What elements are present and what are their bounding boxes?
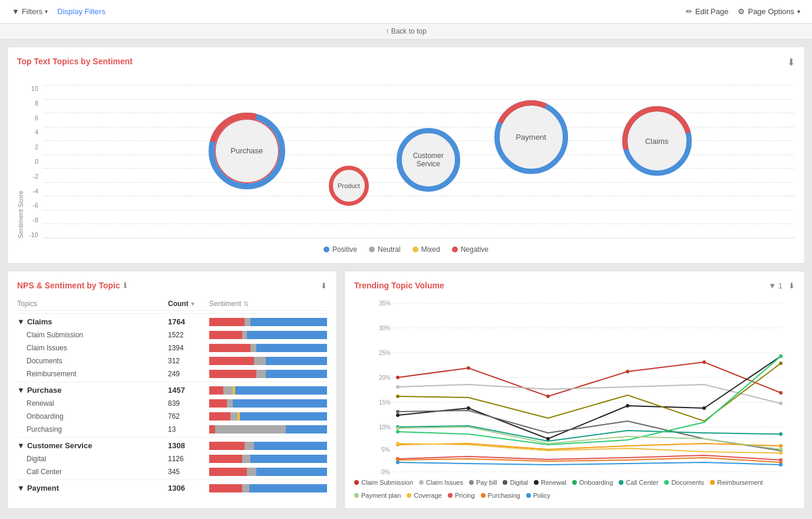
svg-point-39 bbox=[779, 362, 783, 365]
filters-button[interactable]: ▼ Filters ▾ bbox=[12, 7, 48, 16]
chevron-options-icon: ▾ bbox=[797, 8, 800, 15]
svg-point-30 bbox=[396, 413, 400, 417]
nps-panel: NPS & Sentiment by Topic ℹ ⬇ Topics Coun… bbox=[7, 271, 337, 509]
nps-title: NPS & Sentiment by Topic ℹ bbox=[17, 281, 127, 290]
svg-text:0%: 0% bbox=[381, 469, 390, 474]
legend-item: Purchasing bbox=[481, 492, 520, 499]
display-filters-button[interactable]: Display Filters bbox=[57, 7, 105, 16]
expand-icon[interactable]: ▼ bbox=[17, 441, 25, 450]
svg-point-46 bbox=[396, 426, 400, 430]
svg-point-31 bbox=[467, 406, 470, 410]
svg-point-41 bbox=[779, 432, 783, 436]
legend-item: Reimbursement bbox=[710, 479, 763, 486]
legend-item: Claim Submission bbox=[354, 479, 413, 486]
filter-icon: ▼ bbox=[12, 7, 19, 16]
gear-icon: ⚙ bbox=[738, 7, 745, 16]
svg-point-29 bbox=[779, 402, 783, 405]
line-chart-svg: 35% 30% 25% 20% 15% 10% 5% 0% bbox=[354, 297, 795, 474]
trending-legend: Claim SubmissionClaim IssuesPay billDigi… bbox=[354, 479, 795, 499]
legend-item: Digital bbox=[503, 479, 528, 486]
svg-point-22 bbox=[396, 376, 400, 379]
svg-text:30%: 30% bbox=[379, 325, 391, 331]
svg-point-45 bbox=[779, 444, 783, 448]
svg-point-54 bbox=[396, 461, 400, 464]
filter-trending-icon[interactable]: ▼ 1 bbox=[768, 281, 783, 290]
svg-point-33 bbox=[626, 404, 629, 408]
legend-mixed: Mixed bbox=[412, 245, 440, 254]
table-row: ▼ Payment1306 bbox=[17, 479, 327, 495]
legend-item: Pay bill bbox=[469, 479, 497, 486]
bubble-customer-service[interactable]: Customer Service bbox=[397, 128, 460, 192]
svg-text:20%: 20% bbox=[379, 375, 391, 381]
svg-text:35%: 35% bbox=[379, 300, 391, 307]
svg-point-48 bbox=[396, 442, 400, 445]
y-axis-label: Sentiment Score bbox=[17, 190, 24, 238]
svg-point-26 bbox=[702, 360, 706, 364]
expand-icon[interactable]: ▼ bbox=[17, 317, 25, 326]
table-row: Digital1126 bbox=[17, 452, 327, 465]
svg-point-47 bbox=[779, 448, 783, 451]
bubble-product[interactable]: Product bbox=[329, 166, 369, 206]
svg-point-36 bbox=[396, 410, 400, 413]
svg-text:10%: 10% bbox=[379, 424, 391, 431]
svg-point-49 bbox=[779, 451, 783, 455]
line-chart-area: 35% 30% 25% 20% 15% 10% 5% 0% bbox=[354, 297, 795, 474]
nps-rows: ▼ Claims1764Claim Submission1522Claim Is… bbox=[17, 313, 327, 495]
back-to-top-bar[interactable]: ↑ Back to top bbox=[0, 24, 812, 40]
svg-point-27 bbox=[779, 391, 783, 395]
legend-item: Renewal bbox=[534, 479, 566, 486]
download-bubble-icon[interactable]: ⬇ bbox=[787, 57, 795, 68]
table-row: ▼ Claims1764 bbox=[17, 313, 327, 329]
bubbles-area: Purchase Product Customer Service Paymen… bbox=[43, 85, 795, 238]
bubble-claims[interactable]: Claims bbox=[622, 106, 692, 176]
bubble-payment[interactable]: Payment bbox=[494, 100, 568, 174]
table-row: Onboarding762 bbox=[17, 410, 327, 423]
sort-sentiment-icon[interactable]: ⇅ bbox=[243, 300, 249, 308]
legend-positive: Positive bbox=[324, 245, 357, 254]
table-row: Claim Issues1394 bbox=[17, 341, 327, 354]
svg-point-23 bbox=[467, 366, 470, 370]
legend-item: Onboarding bbox=[572, 479, 613, 486]
edit-page-button[interactable]: ✏ Edit Page bbox=[686, 7, 728, 16]
table-row: Purchasing13 bbox=[17, 423, 327, 436]
svg-text:25%: 25% bbox=[379, 350, 391, 356]
sort-count-icon[interactable]: ▾ bbox=[191, 300, 194, 308]
top-bar: ▼ Filters ▾ Display Filters ✏ Edit Page … bbox=[0, 0, 812, 24]
legend-item: Policy bbox=[526, 492, 550, 499]
info-icon: ℹ bbox=[124, 281, 127, 290]
table-row: ▼ Purchase1457 bbox=[17, 382, 327, 397]
svg-point-28 bbox=[396, 385, 400, 389]
table-row: ▼ Customer Service1308 bbox=[17, 437, 327, 452]
svg-point-42 bbox=[396, 430, 400, 433]
legend-item: Pricing bbox=[448, 492, 475, 499]
bubble-chart-panel: Top Text Topics by Sentiment ⬇ Sentiment… bbox=[7, 47, 805, 264]
svg-point-43 bbox=[779, 354, 783, 358]
table-row: Call Center345 bbox=[17, 465, 327, 478]
table-row: Documents312 bbox=[17, 354, 327, 367]
table-row: Renewal839 bbox=[17, 397, 327, 410]
download-nps-icon[interactable]: ⬇ bbox=[321, 281, 327, 290]
bubble-purchase[interactable]: Purchase bbox=[209, 113, 285, 189]
legend-item: Coverage bbox=[407, 492, 442, 499]
legend-neutral: Neutral bbox=[369, 245, 401, 254]
trending-title: Trending Topic Volume bbox=[354, 281, 444, 290]
legend-item: Documents bbox=[664, 479, 704, 486]
legend-item: Call Center bbox=[619, 479, 658, 486]
bubble-chart-title: Top Text Topics by Sentiment bbox=[17, 57, 795, 66]
legend-item: Claim Issues bbox=[419, 479, 463, 486]
y-axis: 108642 0-2-4-6-8-10 bbox=[27, 85, 43, 238]
pencil-icon: ✏ bbox=[686, 7, 692, 16]
page-options-button[interactable]: ⚙ Page Options ▾ bbox=[738, 7, 800, 16]
svg-point-25 bbox=[626, 370, 629, 373]
table-row: Reimbursement249 bbox=[17, 367, 327, 380]
legend-item: Payment plan bbox=[354, 492, 401, 499]
download-trending-icon[interactable]: ⬇ bbox=[788, 281, 795, 290]
svg-text:15%: 15% bbox=[379, 399, 391, 406]
svg-point-24 bbox=[546, 395, 550, 398]
svg-point-32 bbox=[546, 437, 550, 441]
expand-icon[interactable]: ▼ bbox=[17, 484, 25, 492]
trending-panel: Trending Topic Volume ▼ 1 ⬇ 35% 30% 25% … bbox=[344, 271, 805, 509]
svg-point-34 bbox=[702, 406, 706, 410]
table-header: Topics Count ▾ Sentiment ⇅ bbox=[17, 297, 327, 311]
expand-icon[interactable]: ▼ bbox=[17, 386, 25, 395]
